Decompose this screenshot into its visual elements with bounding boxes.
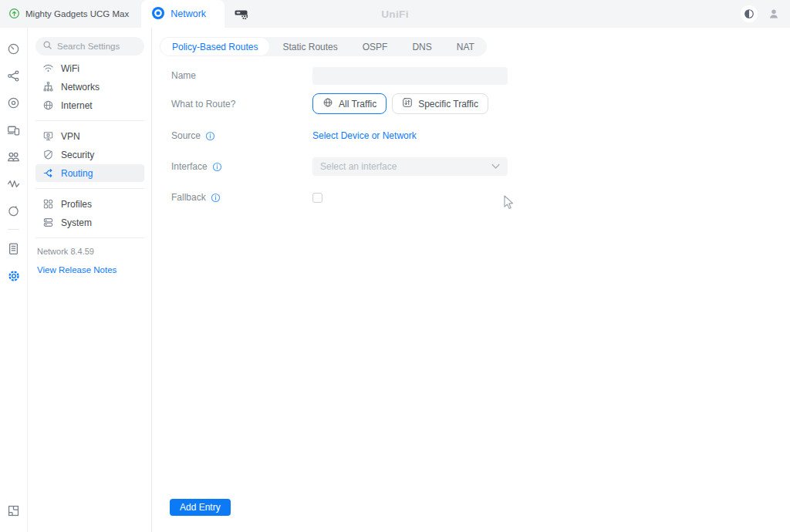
settings-gear-icon[interactable] [0, 262, 28, 289]
sidebar-item-security[interactable]: Security [35, 146, 144, 163]
routing-tabbar: Policy-Based Routes Static Routes OSPF D… [160, 37, 487, 56]
interface-label: Interface [171, 161, 208, 172]
sidebar-item-label: VPN [61, 131, 80, 142]
floorplan-icon[interactable] [0, 497, 28, 524]
person-icon [768, 8, 780, 20]
contrast-icon [744, 8, 755, 19]
sidebar-item-system[interactable]: System [35, 214, 144, 231]
app-icon-rail [0, 28, 28, 532]
sidebar-divider [35, 188, 144, 189]
sidebar-item-label: System [61, 217, 92, 228]
search-input[interactable] [57, 42, 142, 51]
sidebar-item-label: Security [61, 150, 94, 160]
profiles-icon [42, 198, 54, 210]
search-icon [42, 39, 52, 53]
system-icon [42, 217, 54, 228]
specific-traffic-label: Specific Traffic [418, 99, 478, 109]
traffic-type-segmented: All Traffic Specific Traffic [312, 93, 488, 114]
shield-icon [42, 149, 54, 160]
chevron-down-icon [491, 161, 500, 172]
sidebar-item-internet[interactable]: Internet [35, 96, 144, 114]
tab-dns[interactable]: DNS [400, 37, 444, 56]
top-bar: Mighty Gadgets UCG Max Network UniFi [0, 0, 790, 28]
name-label: Name [171, 70, 196, 81]
what-to-route-row: What to Route? All Traffic Specific Traf… [171, 93, 790, 114]
sidebar-item-label: Routing [61, 168, 93, 179]
tab-policy-based-routes[interactable]: Policy-Based Routes [160, 37, 270, 56]
topology-icon[interactable] [0, 62, 28, 89]
select-device-or-network-link[interactable]: Select Device or Network [312, 130, 417, 141]
interface-select[interactable]: Select an interface [312, 157, 508, 176]
sidebar-item-vpn[interactable]: VPN [35, 127, 144, 145]
account-button[interactable] [768, 8, 780, 20]
sidebar-divider [35, 120, 144, 121]
routing-settings-panel: Policy-Based Routes Static Routes OSPF D… [152, 28, 790, 532]
sidebar-item-profiles[interactable]: Profiles [35, 195, 144, 213]
system-log-icon[interactable] [0, 235, 28, 262]
interface-placeholder: Select an interface [320, 161, 397, 172]
clients-group-icon[interactable] [0, 143, 28, 170]
settings-sidebar: WiFi Networks Internet VPN [28, 28, 152, 532]
globe-icon [322, 97, 333, 110]
networks-icon [42, 81, 54, 93]
what-to-route-label: What to Route? [171, 99, 235, 109]
theme-contrast-toggle[interactable] [741, 5, 758, 22]
sidebar-item-label: Profiles [61, 199, 92, 210]
app-tab-network[interactable]: Network [141, 0, 225, 28]
name-input[interactable] [312, 67, 508, 85]
unifi-devices-icon[interactable] [0, 89, 28, 116]
sidebar-item-label: WiFi [61, 63, 79, 74]
routing-icon [42, 167, 54, 179]
settings-search[interactable] [35, 37, 144, 56]
specific-traffic-button[interactable]: Specific Traffic [392, 93, 488, 114]
add-entry-button[interactable]: Add Entry [170, 499, 231, 516]
source-row: Source Select Device or Network [171, 126, 790, 145]
app-version: Network 8.4.59 [37, 247, 144, 256]
fallback-checkbox[interactable] [312, 193, 322, 203]
tab-label: OSPF [363, 42, 388, 52]
tab-label: Static Routes [282, 42, 337, 52]
unifi-network-settings-screen: Mighty Gadgets UCG Max Network UniFi [0, 0, 790, 532]
info-icon[interactable] [205, 131, 215, 141]
vpn-icon [42, 130, 54, 142]
tab-nat[interactable]: NAT [444, 37, 487, 56]
tab-label: Policy-Based Routes [172, 42, 258, 52]
rail-divider [8, 229, 19, 230]
info-icon[interactable] [212, 162, 222, 172]
all-traffic-button[interactable]: All Traffic [312, 93, 387, 114]
sidebar-item-routing[interactable]: Routing [35, 164, 144, 182]
console-name: Mighty Gadgets UCG Max [25, 9, 129, 19]
fallback-row: Fallback [171, 188, 790, 207]
globe-icon [42, 99, 54, 111]
dashboard-icon[interactable] [0, 35, 28, 62]
topbar-right-controls [741, 5, 790, 22]
sidebar-item-networks[interactable]: Networks [35, 78, 144, 96]
name-row: Name [171, 66, 790, 85]
view-release-notes-link[interactable]: View Release Notes [37, 265, 116, 274]
tab-ospf[interactable]: OSPF [350, 37, 400, 56]
insights-icon[interactable] [0, 170, 28, 197]
fallback-label: Fallback [171, 192, 206, 203]
all-traffic-label: All Traffic [339, 99, 376, 109]
console-device-settings-icon[interactable] [234, 7, 249, 21]
arrows-up-down-icon [402, 97, 413, 110]
radios-icon[interactable] [0, 197, 28, 224]
source-label: Source [171, 130, 201, 141]
tab-label: DNS [412, 42, 431, 52]
client-devices-icon[interactable] [0, 116, 28, 143]
network-app-icon [152, 7, 164, 22]
wifi-icon [42, 62, 54, 74]
interface-row: Interface Select an interface [171, 157, 790, 176]
console-status-icon [8, 8, 20, 21]
settings-nav: WiFi Networks Internet VPN [35, 59, 144, 276]
tab-label: NAT [457, 42, 474, 52]
sidebar-item-label: Internet [61, 100, 93, 111]
console-switcher[interactable]: Mighty Gadgets UCG Max [0, 8, 141, 21]
sidebar-item-label: Networks [61, 82, 100, 93]
tab-static-routes[interactable]: Static Routes [270, 37, 349, 56]
sidebar-item-wifi[interactable]: WiFi [35, 59, 144, 77]
policy-route-form: Name What to Route? All Traffic [171, 66, 790, 207]
sidebar-divider [35, 237, 144, 238]
unifi-watermark: UniFi [381, 8, 409, 20]
info-icon[interactable] [211, 193, 221, 203]
